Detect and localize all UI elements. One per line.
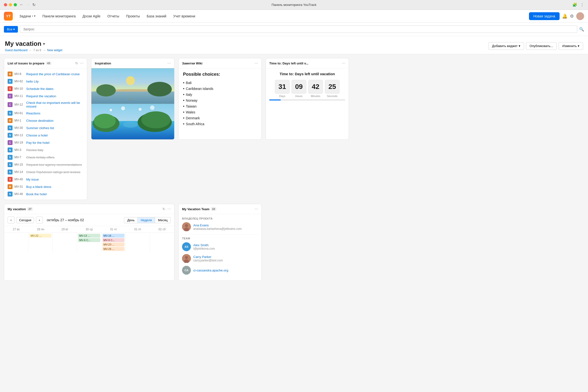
- search-submit-button[interactable]: 🔍: [579, 27, 584, 32]
- close-button[interactable]: [4, 3, 7, 6]
- nav-dashboards[interactable]: Панели мониторинга: [39, 12, 79, 20]
- issue-title[interactable]: Reactions: [26, 112, 40, 115]
- owner-name[interactable]: Ana Evans: [193, 224, 258, 227]
- list-item[interactable]: M MV-8 Request the price of Caribbean cr…: [4, 70, 87, 78]
- nav-tasks[interactable]: Задачи ▾: [16, 12, 39, 20]
- alex-name[interactable]: Alex Smith: [193, 243, 258, 247]
- edit-button[interactable]: Изменить ▾: [558, 42, 583, 50]
- nav-projects[interactable]: Проекты: [123, 12, 143, 20]
- yt-logo[interactable]: YT: [4, 12, 13, 20]
- calendar-grid: 27 вс 28 пн 29 вт 30 ср 31 чт 01 пт 02 с…: [4, 226, 174, 252]
- time-widget: Time to: Days left until v... ⋯ Time to:…: [266, 58, 349, 140]
- list-item[interactable]: N MV-46 Book the hotel: [4, 190, 87, 198]
- issue-title-done[interactable]: Check TripAdvisor ratings and reviews: [26, 170, 80, 174]
- list-item[interactable]: M MV-31 Buy a black dress: [4, 183, 87, 190]
- back-icon[interactable]: ←: [20, 2, 24, 7]
- nav-agile-boards[interactable]: Доски Agile: [79, 12, 104, 20]
- issues-refresh-button[interactable]: ↻: [75, 61, 78, 65]
- cal-event-mv23[interactable]: MV-23 ...: [102, 242, 124, 246]
- list-item[interactable]: C MV-11 Request the vacation: [4, 92, 87, 100]
- dashboard-title-dropdown[interactable]: ▾: [43, 41, 45, 46]
- issue-title[interactable]: Pay for the hotel: [26, 141, 50, 144]
- svg-point-4: [148, 82, 172, 96]
- extension-icon[interactable]: 🧩: [572, 2, 577, 7]
- issue-title[interactable]: Choose destination: [26, 119, 54, 122]
- issue-badge-n: N: [8, 162, 12, 167]
- list-item[interactable]: N MV-14 Check TripAdvisor ratings and re…: [4, 168, 87, 176]
- nav-time-tracking[interactable]: Учет времени: [170, 12, 199, 20]
- cal-event-mv13[interactable]: MV-13 ...: [78, 234, 100, 238]
- issue-title[interactable]: Book the hotel: [26, 192, 46, 196]
- cal-event-mv22[interactable]: MV-22 ...: [30, 234, 52, 238]
- breadcrumb-nav-next[interactable]: →: [43, 48, 46, 52]
- calendar-month-view-button[interactable]: Месяц: [155, 217, 170, 223]
- list-item[interactable]: N MV-13 Choose a hotel: [4, 132, 87, 139]
- calendar-week-view-button[interactable]: Неделя: [138, 217, 155, 223]
- title-bar: ← → ↻ Панель мониторинга YouTrack 🧩 ⋮: [0, 0, 588, 10]
- owner-avatar: [182, 222, 191, 231]
- user-avatar[interactable]: [576, 12, 584, 20]
- issue-title[interactable]: Request the price of Caribbean cruise: [26, 72, 80, 76]
- dashboard-title-area: My vacation ▾ Guest dashboard ← 7 из 8 →…: [5, 40, 62, 52]
- issue-title[interactable]: Choose a hotel: [26, 134, 48, 137]
- calendar-more-button[interactable]: ⋯: [167, 207, 171, 211]
- calendar-day-view-button[interactable]: День: [124, 217, 138, 223]
- issues-more-button[interactable]: ⋯: [80, 61, 84, 65]
- issue-title-done[interactable]: Request tour agency recommendations: [26, 163, 82, 166]
- calendar-refresh-button[interactable]: ↻: [162, 207, 166, 211]
- search-all-button[interactable]: Все: [4, 26, 18, 32]
- more-icon[interactable]: ⋮: [580, 2, 584, 7]
- nav-knowledge-base[interactable]: База знаний: [143, 12, 170, 20]
- list-item[interactable]: N MV-62 hello Lily: [4, 78, 87, 85]
- issue-title[interactable]: Check that no important events will be m…: [26, 101, 84, 108]
- issue-title-done[interactable]: Review Italy: [26, 148, 43, 152]
- maximize-button[interactable]: [14, 3, 17, 6]
- issues-widget: List of issues to prepare 43 ↻ ⋯ M MV-8 …: [4, 58, 87, 200]
- calendar-next-button[interactable]: ›: [36, 216, 43, 224]
- add-widget-button[interactable]: Добавить виджет ▾: [488, 42, 524, 50]
- wiki-more-button[interactable]: ⋯: [254, 61, 258, 65]
- search-input[interactable]: [20, 26, 577, 33]
- carry-name[interactable]: Carry Parker: [193, 255, 258, 259]
- notifications-icon[interactable]: 🔔: [562, 14, 568, 19]
- new-widget-link[interactable]: New widget: [47, 48, 62, 52]
- minimize-button[interactable]: [9, 3, 12, 6]
- list-item[interactable]: S MV-40 My issue: [4, 176, 87, 183]
- issue-title[interactable]: My issue: [26, 178, 39, 181]
- cal-event-mv16[interactable]: MV-16 ...: [102, 234, 124, 238]
- guest-dashboard-link[interactable]: Guest dashboard: [5, 48, 28, 52]
- list-item[interactable]: N MV-7 Check AirItaly offers: [4, 154, 87, 161]
- cal-event-mv26[interactable]: MV-26 ...: [102, 247, 124, 251]
- list-item[interactable]: N MV-15 Request tour agency recommendati…: [4, 161, 87, 168]
- inspiration-more-button[interactable]: ⋯: [167, 61, 171, 65]
- new-task-button[interactable]: Новая задача: [529, 12, 560, 20]
- time-more-button[interactable]: ⋯: [342, 61, 345, 65]
- team-more-button[interactable]: ⋯: [254, 207, 258, 211]
- calendar-today-button[interactable]: Сегодня: [16, 217, 34, 223]
- cal-day-header-mon: 28 пн: [28, 226, 53, 233]
- cal-event-mv9[interactable]: MV-9 C...: [102, 238, 124, 242]
- nav-reports[interactable]: Отчеты: [104, 12, 122, 20]
- list-item[interactable]: S MV-10 Schedule the dates: [4, 85, 87, 92]
- issue-title[interactable]: Buy a black dress: [26, 185, 52, 189]
- list-item[interactable]: M MV-1 Choose destination: [4, 117, 87, 124]
- issue-title[interactable]: Summer clothes list: [26, 126, 54, 130]
- list-item[interactable]: C MV-12 Check that no important events w…: [4, 100, 87, 110]
- carry-email: carry.parker@test.com: [193, 259, 258, 262]
- list-item[interactable]: C MV-19 Pay for the hotel: [4, 139, 87, 146]
- publish-button[interactable]: Опубликовать...: [526, 42, 557, 50]
- issue-title-done[interactable]: Check AirItaly offers: [26, 156, 54, 159]
- cal-event-mv6[interactable]: MV-6 C...: [78, 238, 100, 242]
- list-item[interactable]: N MV-61 Reactions: [4, 110, 87, 117]
- issue-title[interactable]: Request the vacation: [26, 94, 56, 98]
- list-item[interactable]: N MV-30 Summer clothes list: [4, 124, 87, 132]
- refresh-icon[interactable]: ↻: [32, 2, 36, 7]
- calendar-prev-button[interactable]: ‹: [8, 216, 14, 224]
- issue-title[interactable]: Schedule the dates: [26, 87, 54, 91]
- issue-id: MV-7: [14, 156, 24, 159]
- breadcrumb-nav-prev[interactable]: ←: [29, 48, 32, 52]
- list-item[interactable]: N MV-3 Review Italy: [4, 146, 87, 154]
- issue-title[interactable]: hello Lily: [26, 80, 39, 83]
- ca-name[interactable]: ci-cassandra.apache.org: [193, 268, 258, 272]
- settings-icon[interactable]: ⚙: [570, 14, 574, 19]
